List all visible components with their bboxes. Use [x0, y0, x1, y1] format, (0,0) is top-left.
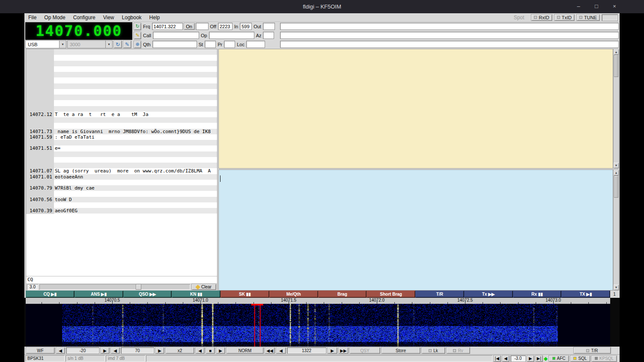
macro-page-indicator[interactable]: 1	[610, 291, 619, 298]
amp-down-button[interactable]: ◀	[110, 347, 120, 354]
store-button[interactable]: Store	[381, 347, 420, 354]
qsy-button[interactable]: QSY	[349, 347, 380, 354]
notes-input-2[interactable]	[280, 32, 619, 39]
shift-left-button[interactable]: ◀	[195, 347, 205, 354]
scroll-up-icon[interactable]: ▲	[614, 49, 619, 55]
pr-input[interactable]	[224, 41, 235, 48]
scroll-up-icon[interactable]: ▲	[614, 170, 619, 175]
tune-button[interactable]: TUNE	[576, 14, 600, 21]
globe-icon[interactable]: ⊕	[134, 41, 141, 48]
minimize-icon[interactable]: –	[575, 3, 581, 9]
az-input[interactable]	[263, 32, 274, 39]
lock-toggle[interactable]: Lk	[421, 347, 445, 354]
amp-up-button[interactable]: ▶	[155, 347, 164, 354]
menu-item-file[interactable]: File	[24, 14, 40, 21]
wf-mode-button[interactable]: WF	[26, 347, 55, 354]
macro-button-ans[interactable]: ANS ▶▮	[75, 291, 123, 298]
browser-row[interactable]: 14071.07SL ag (sorry ureau) more on www.…	[26, 168, 217, 174]
tx-scrollbar[interactable]: ▲ ▼	[613, 169, 619, 291]
menu-item-logbook[interactable]: Logbook	[118, 14, 146, 21]
bandwidth-select[interactable]: 3000 ▼	[67, 40, 113, 48]
browser-row[interactable]: 14071.59: eTaD eTaTati	[26, 134, 217, 140]
freq-left-icon[interactable]: ◀	[502, 355, 510, 362]
reload-icon[interactable]: ↻	[113, 40, 122, 48]
macro-button-qso[interactable]: QSO ▶▶	[123, 291, 172, 298]
time-on-input[interactable]	[196, 23, 209, 30]
freq-step-right-icon[interactable]: ▶|	[535, 355, 543, 362]
squelch-slider[interactable]	[39, 284, 190, 290]
mode-status[interactable]: BPSK31	[25, 355, 65, 362]
menu-item-configure[interactable]: Configure	[69, 14, 99, 21]
rx-text-panel[interactable]	[218, 49, 613, 169]
time-off-input[interactable]	[218, 23, 233, 30]
rx-scrollbar[interactable]: ▲ ▼	[613, 49, 619, 169]
kpsql-toggle[interactable]: KPSQL	[591, 355, 617, 362]
chevron-down-icon[interactable]: ▼	[59, 41, 66, 48]
rx-scroll-thumb[interactable]	[614, 55, 618, 77]
freq-step-left-icon[interactable]: |◀	[493, 355, 501, 362]
frq-input[interactable]	[152, 23, 183, 30]
rxid-button[interactable]: RxID	[531, 14, 552, 21]
macro-button-brag[interactable]: Brag	[318, 291, 367, 298]
macro-button-tr[interactable]: T/R	[415, 291, 464, 298]
browser-row[interactable]: 14071.73 name is Giovanni mrno JM88DVfo:…	[26, 129, 217, 134]
carrier-left-fast-button[interactable]: ◀◀	[265, 347, 275, 354]
freq-offset-value[interactable]: -3.0	[510, 355, 526, 362]
rst-out-input[interactable]	[263, 23, 275, 30]
scroll-down-icon[interactable]: ▼	[614, 285, 619, 290]
carrier-frequency-value[interactable]: 1322	[287, 347, 326, 354]
ref-up-button[interactable]: ▶	[100, 347, 110, 354]
afc-toggle[interactable]: AFC	[549, 355, 569, 362]
st-input[interactable]	[205, 41, 216, 48]
reverse-toggle[interactable]: Rv	[446, 347, 470, 354]
close-icon[interactable]: ×	[611, 3, 617, 9]
rig-mode-select[interactable]: USB ▼	[25, 40, 66, 48]
macro-button-sk[interactable]: SK ▮▮	[221, 291, 269, 298]
stop-icon[interactable]: ■	[206, 347, 215, 354]
qth-input[interactable]	[152, 41, 197, 48]
carrier-left-button[interactable]: ◀	[276, 347, 286, 354]
macro-button-tx[interactable]: TX ▶▮	[561, 291, 610, 298]
shift-right-button[interactable]: ▶	[216, 347, 225, 354]
on-button[interactable]: On	[184, 23, 195, 30]
macro-button-cq[interactable]: CQ ▶▮	[26, 291, 75, 298]
tag-icon[interactable]: ✎	[134, 32, 141, 39]
macro-button-kn[interactable]: KN ▮▮	[172, 291, 221, 298]
menu-item-help[interactable]: Help	[146, 14, 164, 21]
slider-handle-icon[interactable]	[136, 284, 141, 290]
scroll-down-icon[interactable]: ▼	[614, 163, 619, 168]
tx-text-panel[interactable]	[218, 169, 613, 291]
waterfall-canvas[interactable]	[26, 304, 610, 347]
macro-button-rx[interactable]: Rx ▮▮	[513, 291, 562, 298]
rst-in-input[interactable]	[240, 23, 252, 30]
browser-clear-button[interactable]: Clear	[191, 284, 216, 290]
browser-row[interactable]: 14071.51e=	[26, 145, 217, 151]
clock-icon[interactable]: ↻	[134, 23, 141, 30]
chevron-down-icon[interactable]: ▼	[105, 41, 112, 48]
notes-input-3[interactable]	[280, 41, 619, 48]
txrx-toggle[interactable]: T/R	[573, 347, 611, 354]
tx-scroll-thumb[interactable]	[614, 175, 618, 198]
call-input[interactable]	[153, 32, 199, 39]
menu-item-view[interactable]: View	[99, 14, 118, 21]
browser-row[interactable]: 14070.79W7RšBl dmy cae	[26, 185, 217, 191]
edit-icon[interactable]: ✎	[123, 40, 131, 48]
macro-button-meqth[interactable]: Me/Qth	[269, 291, 318, 298]
browser-seek-line[interactable]: CQ	[26, 276, 217, 283]
carrier-right-button[interactable]: ▶	[327, 347, 337, 354]
notes-input-1[interactable]	[280, 23, 619, 30]
ref-down-button[interactable]: ◀	[56, 347, 65, 354]
macro-button-short[interactable]: Short Brag	[367, 291, 415, 298]
wf-speed-button[interactable]: NORM	[226, 347, 264, 354]
zoom-button[interactable]: x2	[165, 347, 194, 354]
macro-button-tx[interactable]: Tx ▶▶	[464, 291, 513, 298]
browser-row[interactable]: 14070.56tooW D	[26, 197, 217, 202]
sql-toggle[interactable]: SQL	[570, 355, 590, 362]
loc-input[interactable]	[246, 41, 265, 48]
op-input[interactable]	[209, 32, 254, 39]
browser-row[interactable]: 14071.01eotoaeeAnn	[26, 174, 217, 180]
browser-row[interactable]: 14072.12T te a ra t rt e a tM Ja	[26, 112, 217, 117]
carrier-right-fast-button[interactable]: ▶▶	[338, 347, 349, 354]
spot-button[interactable]: Spot	[509, 15, 530, 21]
maximize-icon[interactable]: □	[593, 3, 599, 9]
